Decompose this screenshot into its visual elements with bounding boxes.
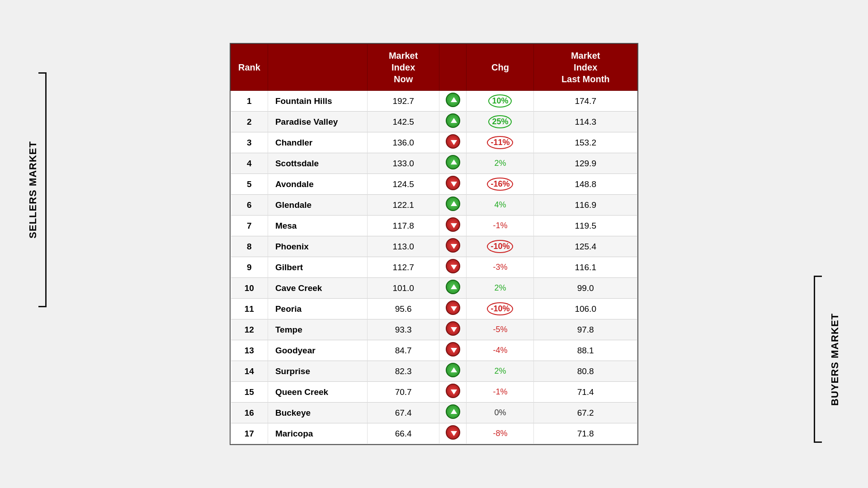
rank-cell: 5: [231, 174, 268, 195]
arrow-inner-shape: [451, 182, 457, 187]
table-row: 3Chandler136.0-11%153.2: [231, 132, 637, 153]
index-now-cell: 101.0: [367, 278, 439, 299]
arrow-inner-shape: [451, 160, 457, 164]
down-arrow-icon: [446, 238, 460, 253]
city-name-cell: Glendale: [268, 195, 367, 216]
table-row: 2Paradise Valley142.525%114.3: [231, 112, 637, 132]
chg-value: 25%: [488, 115, 512, 128]
chg-cell: 25%: [467, 112, 534, 132]
up-arrow-icon: [446, 113, 460, 128]
rank-cell: 2: [231, 112, 268, 132]
city-name-cell: Paradise Valley: [268, 112, 367, 132]
arrow-cell: [439, 174, 467, 195]
city-name-cell: Chandler: [268, 132, 367, 153]
index-now-cell: 113.0: [367, 236, 439, 257]
arrow-cell: [439, 257, 467, 278]
chg-cell: -11%: [467, 132, 534, 153]
chg-value: -1%: [493, 387, 507, 396]
chg-cell: 10%: [467, 91, 534, 112]
page-wrapper: SELLERS MARKET Rank MarketIndexNow Chg M…: [0, 0, 868, 488]
rank-cell: 12: [231, 319, 268, 340]
down-arrow-icon: [446, 342, 460, 357]
index-last-month-cell: 88.1: [534, 340, 637, 361]
buyers-bracket-top: [814, 276, 822, 277]
arrow-inner-shape: [451, 284, 457, 289]
arrow-cell: [439, 195, 467, 216]
city-name-cell: Surprise: [268, 361, 367, 382]
arrow-inner-shape: [451, 389, 457, 394]
table-row: 10Cave Creek101.02%99.0: [231, 278, 637, 299]
index-now-cell: 93.3: [367, 319, 439, 340]
arrow-cell: [439, 361, 467, 382]
table-row: 11Peoria95.6-10%106.0: [231, 299, 637, 319]
index-now-cell: 67.4: [367, 403, 439, 423]
chg-value: 2%: [494, 366, 506, 375]
down-arrow-icon: [446, 176, 460, 190]
city-name-cell: Fountain Hills: [268, 91, 367, 112]
index-now-cell: 66.4: [367, 423, 439, 444]
index-now-cell: 112.7: [367, 257, 439, 278]
down-arrow-icon: [446, 259, 460, 273]
city-name-cell: Cave Creek: [268, 278, 367, 299]
market-index-now-header: MarketIndexNow: [367, 44, 439, 91]
index-now-cell: 84.7: [367, 340, 439, 361]
index-last-month-cell: 119.5: [534, 216, 637, 236]
arrow-cell: [439, 236, 467, 257]
index-last-month-cell: 125.4: [534, 236, 637, 257]
table-header-row: Rank MarketIndexNow Chg MarketIndexLast …: [231, 44, 637, 91]
arrow-inner-shape: [451, 367, 457, 372]
table-row: 13Goodyear84.7-4%88.1: [231, 340, 637, 361]
arrow-inner-shape: [451, 201, 457, 206]
city-name-cell: Queen Creek: [268, 382, 367, 403]
buyers-market-section: BUYERS MARKET: [814, 276, 841, 443]
index-now-cell: 82.3: [367, 361, 439, 382]
chg-value: -10%: [487, 302, 513, 315]
arrow-cell: [439, 299, 467, 319]
city-name-cell: Mesa: [268, 216, 367, 236]
arrow-inner-shape: [451, 140, 457, 145]
rank-cell: 17: [231, 423, 268, 444]
up-arrow-icon: [446, 197, 460, 211]
index-last-month-cell: 67.2: [534, 403, 637, 423]
arrow-cell: [439, 112, 467, 132]
market-table: Rank MarketIndexNow Chg MarketIndexLast …: [231, 44, 637, 444]
arrow-inner-shape: [451, 118, 457, 123]
chg-cell: 4%: [467, 195, 534, 216]
rank-cell: 10: [231, 278, 268, 299]
city-name-cell: Maricopa: [268, 423, 367, 444]
bracket-bottom-line: [38, 306, 47, 307]
index-last-month-cell: 116.1: [534, 257, 637, 278]
chg-cell: 2%: [467, 153, 534, 174]
rank-cell: 9: [231, 257, 268, 278]
chg-cell: -16%: [467, 174, 534, 195]
index-last-month-cell: 129.9: [534, 153, 637, 174]
chg-cell: -3%: [467, 257, 534, 278]
arrow-inner-shape: [451, 348, 457, 353]
chg-header: Chg: [467, 44, 534, 91]
index-now-cell: 122.1: [367, 195, 439, 216]
arrow-header: [439, 44, 467, 91]
chg-value: -1%: [493, 221, 507, 230]
sellers-market-section: SELLERS MARKET: [27, 72, 47, 307]
table-row: 14Surprise82.32%80.8: [231, 361, 637, 382]
chg-value: 4%: [494, 200, 506, 209]
arrow-inner-shape: [451, 265, 457, 270]
index-last-month-cell: 153.2: [534, 132, 637, 153]
rank-header: Rank: [231, 44, 268, 91]
arrow-inner-shape: [451, 223, 457, 228]
rank-cell: 1: [231, 91, 268, 112]
city-name-cell: Scottsdale: [268, 153, 367, 174]
chg-value: -16%: [487, 178, 513, 191]
index-now-cell: 136.0: [367, 132, 439, 153]
index-last-month-cell: 116.9: [534, 195, 637, 216]
chg-value: 0%: [494, 408, 506, 417]
chg-cell: 0%: [467, 403, 534, 423]
chg-cell: -4%: [467, 340, 534, 361]
chg-value: -3%: [493, 263, 507, 272]
down-arrow-icon: [446, 321, 460, 336]
buyers-market-label: BUYERS MARKET: [829, 313, 841, 406]
sellers-bracket: [45, 72, 47, 307]
up-arrow-icon: [446, 93, 460, 107]
index-now-cell: 117.8: [367, 216, 439, 236]
market-index-last-month-header: MarketIndexLast Month: [534, 44, 637, 91]
